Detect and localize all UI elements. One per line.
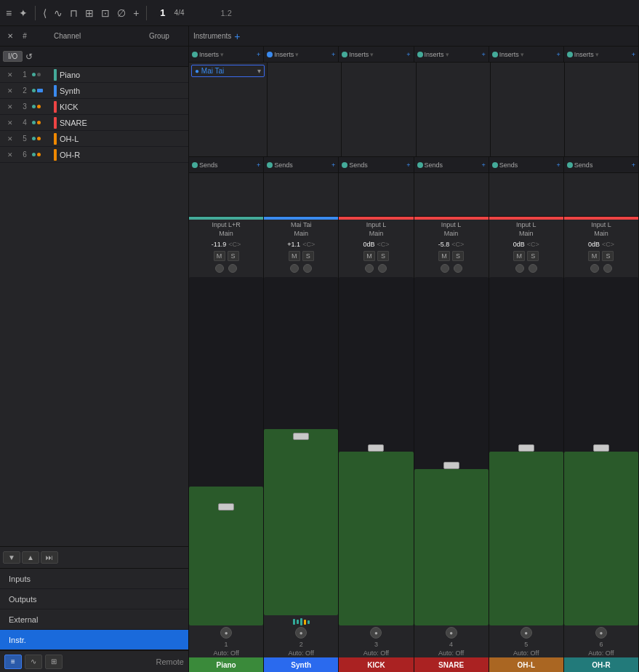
channel-row[interactable]: ✕ 3 KICK (0, 99, 188, 115)
strip-1-pan-knob-r[interactable] (228, 264, 237, 273)
nav-external[interactable]: External (0, 609, 188, 630)
sends-add-6[interactable]: + (632, 161, 635, 169)
sends-space-5 (489, 173, 564, 216)
channel-row[interactable]: ✕ 4 SNARE (0, 115, 188, 131)
channel-row[interactable]: ✕ 6 OH-R (0, 147, 188, 163)
strip-2-s-btn[interactable]: S (302, 251, 314, 261)
strip-2-m-btn[interactable]: M (289, 251, 300, 261)
strip-6-fader-thumb[interactable] (593, 444, 609, 452)
sends-row: Sends + Sends + Sends + (189, 157, 639, 173)
strip-6: Input L Main 0dB <C> M S (564, 217, 639, 672)
strip-6-center: <C> (602, 241, 614, 248)
footer-icon-wave[interactable]: ∿ (25, 655, 42, 669)
sends-add-1[interactable]: + (257, 161, 260, 169)
inserts-add-4[interactable]: + (481, 51, 485, 58)
inserts-add-5[interactable]: + (557, 51, 560, 58)
star-icon[interactable]: ✦ (19, 7, 28, 19)
scroll-down-btn[interactable]: ▼ (3, 551, 20, 564)
channel-row[interactable]: ✕ 2 Synth (0, 83, 188, 99)
inserts-add-3[interactable]: + (406, 51, 410, 58)
strip-1-fader-val: -11.9 <C> (189, 239, 263, 249)
refresh-icon[interactable]: ↺ (25, 52, 33, 62)
inserts-add-1[interactable]: + (257, 51, 260, 58)
sends-add-5[interactable]: + (557, 161, 560, 169)
remote-label: Remote (156, 657, 184, 666)
strip-5-pan (489, 263, 563, 274)
strip-3-s-btn[interactable]: S (377, 251, 389, 261)
nav-outputs[interactable]: Outputs (0, 589, 188, 609)
nav-inputs[interactable]: Inputs (0, 569, 188, 589)
menu-icon[interactable]: ≡ (6, 7, 12, 19)
inserts-arrow-3: ▾ (370, 51, 374, 58)
strip-1-s-btn[interactable]: S (228, 251, 239, 261)
strip-5-vu-fill (489, 452, 563, 625)
box-icon[interactable]: ⊡ (101, 7, 110, 19)
strip-3-m-btn[interactable]: M (363, 251, 375, 261)
cursor-icon[interactable]: ⟨ (43, 7, 47, 19)
strip-6-m-btn[interactable]: M (588, 251, 600, 261)
strip-1-name-bar: Piano (189, 657, 263, 672)
power-dot-green (192, 52, 198, 57)
channel-dots (32, 137, 54, 140)
strip-3-bottom-icon[interactable]: ● (370, 627, 382, 639)
strip-5-m-btn[interactable]: M (513, 251, 525, 261)
channel-x: ✕ (3, 87, 17, 95)
strip-5-pan-knob-r[interactable] (529, 264, 537, 273)
strip-2-pan-knob-r[interactable] (303, 264, 312, 273)
strip-3-pan-knob-r[interactable] (378, 264, 387, 273)
sends-add-4[interactable]: + (481, 161, 485, 169)
strip-4: Input L Main -5.8 <C> M S (414, 217, 489, 672)
strip-1-fader-thumb[interactable] (218, 503, 234, 511)
mai-tai-block[interactable]: ● Mai Tai ▾ (191, 65, 265, 77)
strip-5-pan-knob-l[interactable] (515, 264, 524, 273)
strip-3-pan-knob-l[interactable] (365, 264, 374, 273)
nav-instr[interactable]: Instr. (0, 630, 188, 650)
strip-5-fader-thumb[interactable] (518, 444, 534, 452)
add-instrument-button[interactable]: + (231, 31, 243, 42)
strip-4-s-btn[interactable]: S (452, 251, 464, 261)
strip-4-pan-knob-l[interactable] (441, 264, 449, 273)
sends-dot-5 (492, 162, 498, 168)
strip-4-m-btn[interactable]: M (438, 251, 450, 261)
inserts-add-6[interactable]: + (632, 51, 635, 58)
circle-icon[interactable]: ∅ (117, 7, 126, 19)
strip-2-fader-thumb[interactable] (293, 433, 309, 440)
skip-btn[interactable]: ⏭ (41, 551, 58, 564)
strip-2-bottom-icon[interactable]: ● (295, 627, 307, 639)
footer-icon-grid[interactable]: ⊞ (45, 655, 63, 669)
header-group: Group (149, 32, 185, 40)
strip-1-bottom-icon[interactable]: ● (220, 627, 232, 639)
strip-2-ms: M S (264, 249, 338, 263)
strip-6-pan-knob-r[interactable] (603, 264, 612, 273)
io-button[interactable]: I/O (3, 51, 23, 62)
strip-2-name-bar: Synth (264, 657, 338, 672)
strip-1-m-btn[interactable]: M (214, 251, 225, 261)
strip-5-bottom-icon[interactable]: ● (521, 627, 532, 639)
strip-6-fader-area: 1060-6-12-24-35-48-72 (564, 274, 638, 627)
strip-4-fader-thumb[interactable] (443, 462, 459, 469)
add-icon[interactable]: + (133, 7, 139, 19)
bracket-icon[interactable]: ⊓ (70, 7, 78, 19)
strip-2-pan-knob-l[interactable] (290, 264, 299, 273)
channel-row[interactable]: ✕ 1 Piano (0, 67, 188, 83)
scroll-up-btn[interactable]: ▲ (22, 551, 39, 564)
header-x: ✕ (3, 32, 17, 40)
strip-6-bottom-icon[interactable]: ● (595, 627, 607, 639)
footer-icon-menu[interactable]: ≡ (4, 655, 22, 669)
strip-4-bottom-icon[interactable]: ● (446, 627, 457, 639)
strip-6-pan-knob-l[interactable] (590, 264, 599, 273)
sends-space-2 (264, 173, 339, 216)
channel-row[interactable]: ✕ 5 OH-L (0, 131, 188, 147)
inserts-add-2[interactable]: + (331, 51, 335, 58)
inserts-header-5: Inserts ▾ + (489, 47, 564, 62)
grid-icon[interactable]: ⊞ (85, 7, 94, 19)
wave-icon[interactable]: ∿ (54, 7, 63, 19)
strip-5-s-btn[interactable]: S (527, 251, 539, 261)
sends-add-3[interactable]: + (406, 161, 410, 169)
strip-4-pan-knob-r[interactable] (454, 264, 462, 273)
sends-add-2[interactable]: + (331, 161, 335, 169)
strip-1-pan-knob-l[interactable] (215, 264, 224, 273)
strip-3-fader-thumb[interactable] (368, 444, 384, 452)
strip-6-s-btn[interactable]: S (602, 251, 614, 261)
strip-4-input-text: Input L (441, 221, 462, 228)
